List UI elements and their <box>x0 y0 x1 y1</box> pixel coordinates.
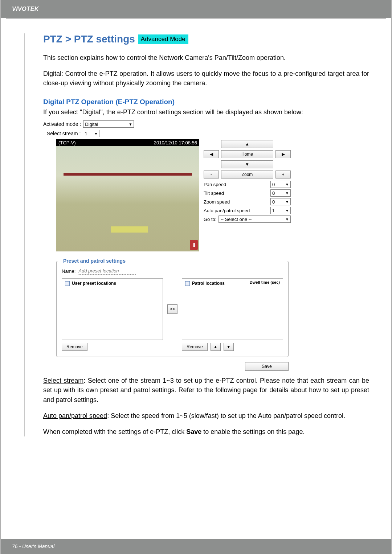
video-preview: (TCP-V) 2010/12/10 17:08:56 ⬇ <box>56 139 199 251</box>
footer-text: 76 - User's Manual <box>12 543 54 549</box>
zoom-speed-select[interactable]: 0 ▼ <box>270 198 291 205</box>
eptz-ui: Activated mode : Digital ▼ Select stream… <box>43 120 369 371</box>
patrol-locations-list[interactable]: Patrol locations Dwell time (sec) <box>182 278 283 340</box>
preset-name-input[interactable] <box>78 267 136 275</box>
brand-logo: VIVOTEK <box>12 6 39 12</box>
select-stream-note: Select stream: Select one of the stream … <box>43 376 369 404</box>
section-lead: If you select "Digital", the e-PTZ contr… <box>43 107 369 117</box>
chevron-down-icon: ▼ <box>285 217 289 221</box>
chevron-down-icon: ▼ <box>285 191 289 195</box>
tilt-speed-select[interactable]: 0 ▼ <box>270 189 291 197</box>
activated-mode-select[interactable]: Digital ▼ <box>83 120 134 128</box>
goto-select[interactable]: -- Select one -- ▼ <box>219 216 291 223</box>
patrol-down-button[interactable]: ▼ <box>224 343 234 351</box>
chevron-down-icon: ▼ <box>285 182 289 186</box>
preset-patrol-fieldset: Preset and patrol settings Name: User pr… <box>56 258 289 357</box>
auto-speed-label: Auto pan/patrol speed <box>204 208 250 213</box>
move-right-button[interactable]: >> <box>167 304 177 314</box>
page-footer: 76 - User's Manual <box>1 539 391 554</box>
advanced-mode-badge: Advanced Mode <box>138 34 188 44</box>
pan-speed-select[interactable]: 0 ▼ <box>270 181 291 188</box>
activated-mode-label: Activated mode : <box>43 121 81 127</box>
chevron-down-icon: ▼ <box>94 132 98 136</box>
ptz-controls: ▲ ◀ Home ▶ ▼ - Zoom <box>204 140 291 223</box>
title-text: PTZ > PTZ settings <box>43 33 135 45</box>
checkbox-icon[interactable] <box>65 281 70 286</box>
zoom-speed-label: Zoom speed <box>204 199 230 205</box>
zoom-label: Zoom <box>221 171 273 178</box>
tilt-up-button[interactable]: ▲ <box>221 140 273 148</box>
patrol-up-button[interactable]: ▲ <box>211 343 221 351</box>
zoom-out-button[interactable]: - <box>204 171 219 178</box>
chevron-down-icon: ▼ <box>285 209 289 213</box>
save-note: When completed with the settings of e-PT… <box>43 427 369 436</box>
tilt-speed-label: Tilt speed <box>204 190 224 196</box>
page-header: VIVOTEK <box>1 0 391 18</box>
pan-speed-label: Pan speed <box>204 182 226 187</box>
select-stream-label: Select stream : <box>47 131 81 136</box>
video-timestamp: 2010/12/10 17:08:56 <box>154 140 197 145</box>
select-stream-select[interactable]: 1 ▼ <box>83 130 99 137</box>
auto-speed-note: Auto pan/patrol speed: Select the speed … <box>43 411 369 420</box>
preset-legend: Preset and patrol settings <box>62 258 127 264</box>
auto-speed-underline: Auto pan/patrol speed <box>43 412 107 419</box>
user-preset-list[interactable]: User preset locations <box>62 278 163 340</box>
remove-preset-button[interactable]: Remove <box>62 343 87 351</box>
preset-name-label: Name: <box>62 268 75 274</box>
digital-description: Digital: Control the e-PTZ operation. It… <box>43 69 369 88</box>
video-source-label: (TCP-V) <box>58 140 76 145</box>
page-title: PTZ > PTZ settings Advanced Mode <box>43 33 369 45</box>
goto-label: Go to: <box>204 217 216 222</box>
video-frame: ⬇ <box>56 146 199 251</box>
dwell-time-header: Dwell time (sec) <box>250 280 280 285</box>
pan-left-button[interactable]: ◀ <box>204 150 219 158</box>
patrol-header: Patrol locations <box>192 281 225 286</box>
section-heading: Digital PTZ Operation (E-PTZ Operation) <box>43 98 369 106</box>
auto-speed-select[interactable]: 1 ▼ <box>270 207 291 214</box>
pan-right-button[interactable]: ▶ <box>275 150 291 158</box>
tilt-down-button[interactable]: ▼ <box>221 160 273 168</box>
chevron-down-icon: ▼ <box>128 122 132 126</box>
intro-text: This section explains how to control the… <box>43 53 369 62</box>
arrow-down-icon: ⬇ <box>190 240 198 250</box>
user-preset-header: User preset locations <box>72 281 116 286</box>
select-stream-underline: Select stream <box>43 377 83 384</box>
checkbox-icon[interactable] <box>185 281 190 286</box>
chevron-down-icon: ▼ <box>285 200 289 204</box>
home-button[interactable]: Home <box>221 150 273 158</box>
remove-patrol-button[interactable]: Remove <box>182 343 208 351</box>
zoom-in-button[interactable]: + <box>275 171 291 178</box>
save-button[interactable]: Save <box>245 362 289 371</box>
